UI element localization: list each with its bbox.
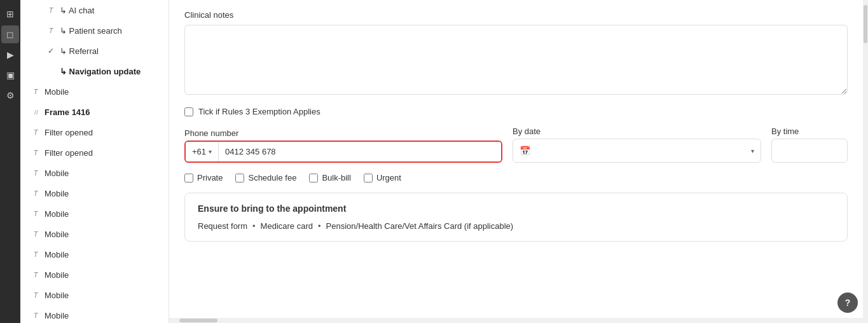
sidebar-item-mobile-4[interactable]: T Mobile [20,203,169,224]
fields-row: Phone number +61 ▾ By date 📅 ▾ By time [184,127,848,163]
checkmark-icon: ✓ [46,46,56,55]
phone-field-group: Phone number +61 ▾ [184,128,502,163]
text-type-icon: T [46,6,56,14]
sidebar-item-label: Filter opened [45,128,93,137]
sidebar-item-label: Mobile [45,250,69,259]
urgent-label[interactable]: Urgent [376,173,401,182]
option-schedule-fee[interactable]: Schedule fee [235,173,296,182]
date-picker[interactable]: 📅 ▾ [513,139,761,163]
text-type-icon: T [46,27,56,34]
bullet-2: • [318,221,321,231]
text-type-icon: T [31,271,41,278]
sidebar-item-mobile-8[interactable]: T Mobile [20,285,169,305]
video-icon[interactable]: ▶ [1,46,19,64]
exemption-checkbox[interactable] [184,107,193,116]
horizontal-scrollbar[interactable] [169,318,863,323]
phone-label: Phone number [184,128,502,138]
sidebar-item-filter-opened-1[interactable]: T Filter opened [20,122,169,142]
sidebar-item-navigation-update[interactable]: ↳ Navigation update [20,61,169,81]
frame-icon: ⁞⁞ [31,109,41,116]
appointment-item-request-form: Request form [198,221,247,231]
settings-icon[interactable]: ⚙ [1,86,19,104]
appointment-item-pension: Pension/Health Care/Vet Affairs Card (if… [326,221,514,231]
exemption-row: Tick if Rules 3 Exemption Applies [184,107,848,116]
schedule-fee-checkbox[interactable] [235,174,244,182]
appointment-title: Ensure to bring to the appointment [198,203,834,214]
text-type-icon: T [31,291,41,299]
bulk-bill-label[interactable]: Bulk-bill [322,173,351,182]
phone-number-input[interactable] [219,142,501,162]
sidebar-item-label: Mobile [45,270,69,280]
text-type-icon: T [31,251,41,258]
sidebar-item-label: Mobile [45,311,69,320]
component-icon[interactable]: ▣ [1,66,19,84]
appointment-item-medicare: Medicare card [261,221,313,231]
phone-prefix-value: +61 [192,147,206,156]
calendar-icon: 📅 [520,146,530,156]
time-picker[interactable] [771,139,848,163]
sidebar-item-label: Mobile [45,189,69,198]
help-button[interactable]: ? [837,292,858,313]
help-icon: ? [845,298,851,308]
sidebar-item-label: ↳ Referral [60,46,99,56]
text-type-icon: T [31,88,41,95]
time-field-group: By time [771,127,848,163]
sidebar-item-label: Mobile [45,168,69,178]
options-row: Private Schedule fee Bulk-bill Urgent [184,173,848,182]
horizontal-scrollbar-thumb[interactable] [179,319,217,322]
sidebar-item-referral[interactable]: ✓ ↳ Referral [20,41,169,61]
date-field-group: By date 📅 ▾ [513,127,761,163]
urgent-checkbox[interactable] [364,174,373,182]
time-label: By time [771,127,848,136]
chevron-down-icon: ▾ [209,148,212,155]
sidebar-item-label: Mobile [45,87,69,97]
clinical-notes-input[interactable] [184,25,848,95]
phone-prefix-selector[interactable]: +61 ▾ [186,142,219,162]
vertical-scrollbar-thumb[interactable] [864,5,867,43]
option-private[interactable]: Private [184,173,223,182]
text-type-icon: T [31,189,41,197]
text-type-icon: T [31,149,41,156]
private-label[interactable]: Private [197,173,223,182]
sidebar-item-patient-search[interactable]: T ↳ Patient search [20,20,169,41]
text-type-icon: T [31,312,41,319]
option-urgent[interactable]: Urgent [364,173,401,182]
text-type-icon: T [31,169,41,177]
sidebar-item-label: Frame 1416 [45,107,90,117]
sidebar-item-mobile-2[interactable]: T Mobile [20,163,169,183]
sidebar-item-mobile-1[interactable]: T Mobile [20,81,169,102]
sidebar-item-label: Mobile [45,209,69,219]
sidebar-item-label: Mobile [45,291,69,300]
sidebar-item-mobile-9[interactable]: T Mobile [20,305,169,323]
sidebar-item-ai-chat[interactable]: T ↳ AI chat [20,0,169,20]
sidebar-item-label: ↳ Navigation update [60,67,141,76]
bulk-bill-checkbox[interactable] [309,174,318,182]
sidebar-item-mobile-3[interactable]: T Mobile [20,183,169,203]
sidebar-item-label: Filter opened [45,148,93,158]
sidebar-item-label: ↳ Patient search [60,26,122,36]
layers-icon[interactable]: ⊞ [1,5,19,23]
sidebar-item-mobile-5[interactable]: T Mobile [20,224,169,244]
phone-input-wrapper: +61 ▾ [184,141,502,163]
vertical-scrollbar[interactable] [863,0,868,323]
text-type-icon: T [31,210,41,217]
date-dropdown-icon: ▾ [751,148,754,155]
sidebar-item-label: Mobile [45,230,69,239]
private-checkbox[interactable] [184,174,193,182]
option-bulk-bill[interactable]: Bulk-bill [309,173,351,182]
sidebar-item-mobile-7[interactable]: T Mobile [20,265,169,285]
photo-icon[interactable]: ◻ [1,25,19,43]
sidebar-item-filter-opened-2[interactable]: T Filter opened [20,142,169,163]
main-content: Clinical notes Tick if Rules 3 Exemption… [169,0,863,323]
text-type-icon: T [31,128,41,136]
sidebar: T ↳ AI chat T ↳ Patient search ✓ ↳ Refer… [20,0,169,323]
date-label: By date [513,127,761,136]
appointment-items: Request form • Medicare card • Pension/H… [198,221,834,231]
exemption-label[interactable]: Tick if Rules 3 Exemption Applies [198,107,320,116]
text-type-icon: T [31,230,41,238]
sidebar-item-frame-1416[interactable]: ⁞⁞ Frame 1416 [20,102,169,122]
bullet-1: • [252,221,256,231]
appointment-box: Ensure to bring to the appointment Reque… [184,193,848,242]
schedule-fee-label[interactable]: Schedule fee [248,173,296,182]
sidebar-item-mobile-6[interactable]: T Mobile [20,244,169,265]
